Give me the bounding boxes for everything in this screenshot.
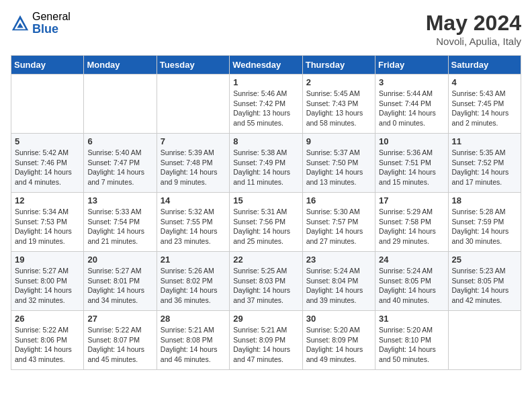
day-info: Sunrise: 5:45 AM Sunset: 7:43 PM Dayligh…: [306, 89, 371, 128]
day-number: 28: [161, 314, 226, 324]
page-header: General Blue May 2024 Novoli, Apulia, It…: [11, 11, 521, 47]
day-info: Sunrise: 5:25 AM Sunset: 8:03 PM Dayligh…: [233, 266, 298, 306]
day-info: Sunrise: 5:24 AM Sunset: 8:04 PM Dayligh…: [306, 266, 371, 306]
calendar-cell: 13Sunrise: 5:33 AM Sunset: 7:54 PM Dayli…: [84, 193, 157, 252]
calendar-cell: 15Sunrise: 5:31 AM Sunset: 7:56 PM Dayli…: [230, 193, 302, 252]
calendar-cell: 17Sunrise: 5:29 AM Sunset: 7:58 PM Dayli…: [375, 193, 448, 252]
calendar-cell: 12Sunrise: 5:34 AM Sunset: 7:53 PM Dayli…: [11, 193, 84, 252]
calendar-cell: 19Sunrise: 5:27 AM Sunset: 8:00 PM Dayli…: [11, 252, 84, 311]
calendar-cell: 6Sunrise: 5:40 AM Sunset: 7:47 PM Daylig…: [84, 134, 157, 193]
calendar-week-row: 1Sunrise: 5:46 AM Sunset: 7:42 PM Daylig…: [11, 75, 521, 134]
day-number: 19: [15, 255, 80, 265]
weekday-header: Friday: [375, 56, 448, 75]
calendar-cell: 21Sunrise: 5:26 AM Sunset: 8:02 PM Dayli…: [157, 252, 229, 311]
day-number: 3: [379, 77, 444, 87]
day-number: 1: [233, 77, 298, 87]
logo-text: General Blue: [32, 11, 71, 36]
day-info: Sunrise: 5:27 AM Sunset: 8:01 PM Dayligh…: [87, 266, 152, 306]
day-info: Sunrise: 5:32 AM Sunset: 7:55 PM Dayligh…: [161, 207, 226, 246]
day-info: Sunrise: 5:46 AM Sunset: 7:42 PM Dayligh…: [233, 89, 298, 128]
calendar-cell: 16Sunrise: 5:30 AM Sunset: 7:57 PM Dayli…: [302, 193, 375, 252]
calendar-cell: 10Sunrise: 5:36 AM Sunset: 7:51 PM Dayli…: [375, 134, 448, 193]
day-info: Sunrise: 5:30 AM Sunset: 7:57 PM Dayligh…: [306, 207, 371, 246]
logo-icon: [11, 14, 30, 33]
calendar-cell: 8Sunrise: 5:38 AM Sunset: 7:49 PM Daylig…: [230, 134, 302, 193]
weekday-header: Sunday: [11, 56, 84, 75]
calendar-body: 1Sunrise: 5:46 AM Sunset: 7:42 PM Daylig…: [11, 75, 521, 370]
calendar-cell: [448, 311, 521, 370]
day-info: Sunrise: 5:21 AM Sunset: 8:08 PM Dayligh…: [161, 325, 226, 365]
day-info: Sunrise: 5:40 AM Sunset: 7:47 PM Dayligh…: [87, 148, 152, 187]
calendar-cell: 18Sunrise: 5:28 AM Sunset: 7:59 PM Dayli…: [448, 193, 521, 252]
day-number: 8: [233, 136, 298, 146]
calendar-cell: [157, 75, 229, 134]
calendar-week-row: 26Sunrise: 5:22 AM Sunset: 8:06 PM Dayli…: [11, 311, 521, 370]
day-number: 6: [87, 136, 152, 146]
calendar-cell: 2Sunrise: 5:45 AM Sunset: 7:43 PM Daylig…: [302, 75, 375, 134]
day-number: 11: [452, 136, 517, 146]
calendar-week-row: 5Sunrise: 5:42 AM Sunset: 7:46 PM Daylig…: [11, 134, 521, 193]
calendar-week-row: 12Sunrise: 5:34 AM Sunset: 7:53 PM Dayli…: [11, 193, 521, 252]
calendar-cell: 7Sunrise: 5:39 AM Sunset: 7:48 PM Daylig…: [157, 134, 229, 193]
day-number: 22: [233, 255, 298, 265]
calendar-cell: 20Sunrise: 5:27 AM Sunset: 8:01 PM Dayli…: [84, 252, 157, 311]
day-info: Sunrise: 5:37 AM Sunset: 7:50 PM Dayligh…: [306, 148, 371, 187]
day-info: Sunrise: 5:39 AM Sunset: 7:48 PM Dayligh…: [161, 148, 226, 187]
day-info: Sunrise: 5:20 AM Sunset: 8:09 PM Dayligh…: [306, 325, 371, 365]
weekday-header: Saturday: [448, 56, 521, 75]
day-number: 26: [15, 314, 80, 324]
day-number: 16: [306, 195, 371, 205]
logo-general: General: [32, 11, 71, 23]
calendar-cell: 27Sunrise: 5:22 AM Sunset: 8:07 PM Dayli…: [84, 311, 157, 370]
day-info: Sunrise: 5:43 AM Sunset: 7:45 PM Dayligh…: [452, 89, 517, 128]
day-number: 27: [87, 314, 152, 324]
day-info: Sunrise: 5:28 AM Sunset: 7:59 PM Dayligh…: [452, 207, 517, 246]
day-info: Sunrise: 5:23 AM Sunset: 8:05 PM Dayligh…: [452, 266, 517, 306]
day-number: 13: [87, 195, 152, 205]
day-number: 10: [379, 136, 444, 146]
day-info: Sunrise: 5:29 AM Sunset: 7:58 PM Dayligh…: [379, 207, 444, 246]
calendar-cell: 29Sunrise: 5:21 AM Sunset: 8:09 PM Dayli…: [230, 311, 302, 370]
calendar-cell: 28Sunrise: 5:21 AM Sunset: 8:08 PM Dayli…: [157, 311, 229, 370]
calendar-cell: 1Sunrise: 5:46 AM Sunset: 7:42 PM Daylig…: [230, 75, 302, 134]
day-info: Sunrise: 5:26 AM Sunset: 8:02 PM Dayligh…: [161, 266, 226, 306]
day-number: 21: [161, 255, 226, 265]
calendar-cell: 3Sunrise: 5:44 AM Sunset: 7:44 PM Daylig…: [375, 75, 448, 134]
calendar-week-row: 19Sunrise: 5:27 AM Sunset: 8:00 PM Dayli…: [11, 252, 521, 311]
day-number: 14: [161, 195, 226, 205]
day-info: Sunrise: 5:22 AM Sunset: 8:07 PM Dayligh…: [87, 325, 152, 365]
day-number: 30: [306, 314, 371, 324]
title-block: May 2024 Novoli, Apulia, Italy: [426, 11, 521, 47]
logo-blue: Blue: [32, 23, 71, 36]
day-info: Sunrise: 5:44 AM Sunset: 7:44 PM Dayligh…: [379, 89, 444, 128]
day-info: Sunrise: 5:34 AM Sunset: 7:53 PM Dayligh…: [15, 207, 80, 246]
day-info: Sunrise: 5:36 AM Sunset: 7:51 PM Dayligh…: [379, 148, 444, 187]
calendar-cell: 5Sunrise: 5:42 AM Sunset: 7:46 PM Daylig…: [11, 134, 84, 193]
day-info: Sunrise: 5:42 AM Sunset: 7:46 PM Dayligh…: [15, 148, 80, 187]
calendar-cell: 11Sunrise: 5:35 AM Sunset: 7:52 PM Dayli…: [448, 134, 521, 193]
calendar-cell: [84, 75, 157, 134]
calendar-cell: [11, 75, 84, 134]
calendar-cell: 31Sunrise: 5:20 AM Sunset: 8:10 PM Dayli…: [375, 311, 448, 370]
calendar-cell: 9Sunrise: 5:37 AM Sunset: 7:50 PM Daylig…: [302, 134, 375, 193]
calendar-cell: 26Sunrise: 5:22 AM Sunset: 8:06 PM Dayli…: [11, 311, 84, 370]
day-info: Sunrise: 5:31 AM Sunset: 7:56 PM Dayligh…: [233, 207, 298, 246]
weekday-header: Monday: [84, 56, 157, 75]
day-number: 25: [452, 255, 517, 265]
logo: General Blue: [11, 11, 71, 36]
day-number: 15: [233, 195, 298, 205]
day-number: 2: [306, 77, 371, 87]
day-number: 31: [379, 314, 444, 324]
day-number: 4: [452, 77, 517, 87]
day-info: Sunrise: 5:24 AM Sunset: 8:05 PM Dayligh…: [379, 266, 444, 306]
day-number: 9: [306, 136, 371, 146]
day-info: Sunrise: 5:21 AM Sunset: 8:09 PM Dayligh…: [233, 325, 298, 365]
day-number: 5: [15, 136, 80, 146]
day-info: Sunrise: 5:35 AM Sunset: 7:52 PM Dayligh…: [452, 148, 517, 187]
calendar-cell: 14Sunrise: 5:32 AM Sunset: 7:55 PM Dayli…: [157, 193, 229, 252]
calendar-header-row: SundayMondayTuesdayWednesdayThursdayFrid…: [11, 56, 521, 75]
calendar-cell: 23Sunrise: 5:24 AM Sunset: 8:04 PM Dayli…: [302, 252, 375, 311]
calendar-cell: 4Sunrise: 5:43 AM Sunset: 7:45 PM Daylig…: [448, 75, 521, 134]
day-info: Sunrise: 5:33 AM Sunset: 7:54 PM Dayligh…: [87, 207, 152, 246]
day-number: 17: [379, 195, 444, 205]
